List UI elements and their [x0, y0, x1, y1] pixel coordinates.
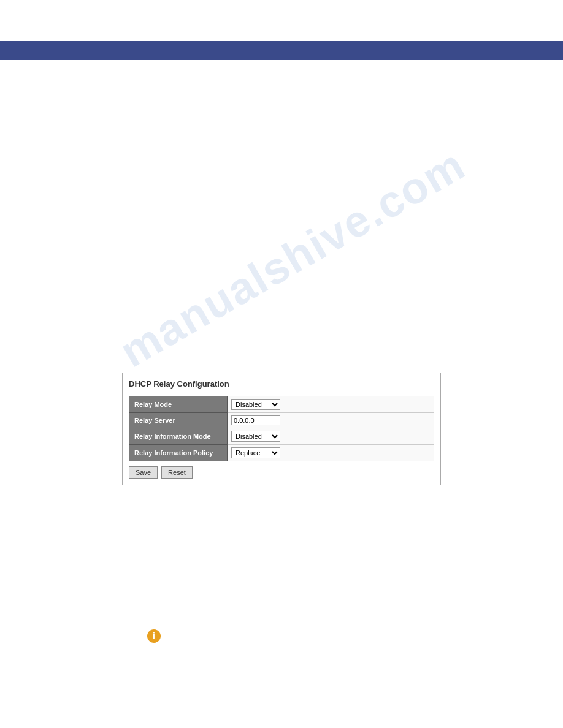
relay-info-mode-cell: Disabled Enabled [228, 428, 434, 445]
relay-info-mode-select[interactable]: Disabled Enabled [231, 431, 280, 442]
relay-server-row: Relay Server [129, 413, 434, 428]
relay-info-policy-row: Relay Information Policy Replace Keep Dr… [129, 445, 434, 461]
page-wrapper: manualshive.com DHCP Relay Configuration… [0, 0, 563, 728]
info-top-line [147, 624, 551, 624]
relay-info-mode-label: Relay Information Mode [129, 428, 228, 445]
button-row: Save Reset [129, 466, 434, 479]
dhcp-relay-title: DHCP Relay Configuration [129, 379, 434, 391]
info-icon: i [147, 629, 161, 643]
relay-server-input[interactable] [231, 415, 280, 425]
content-area: DHCP Relay Configuration Relay Mode Disa… [0, 60, 563, 485]
relay-info-policy-label: Relay Information Policy [129, 445, 228, 461]
relay-server-cell [228, 413, 434, 428]
relay-info-policy-select[interactable]: Replace Keep Drop [231, 447, 280, 458]
dhcp-relay-container: DHCP Relay Configuration Relay Mode Disa… [122, 219, 441, 485]
relay-mode-cell: Disabled Enabled [228, 396, 434, 413]
reset-button[interactable]: Reset [161, 466, 193, 479]
relay-info-policy-cell: Replace Keep Drop [228, 445, 434, 461]
save-button[interactable]: Save [129, 466, 158, 479]
info-bottom-line [147, 648, 551, 648]
relay-server-label: Relay Server [129, 413, 228, 428]
info-section: i [147, 624, 551, 648]
section-header [0, 43, 563, 60]
top-bar [0, 0, 563, 43]
relay-mode-row: Relay Mode Disabled Enabled [129, 396, 434, 413]
info-row: i [147, 627, 161, 645]
dhcp-relay-form: Relay Mode Disabled Enabled [129, 396, 434, 461]
relay-mode-select[interactable]: Disabled Enabled [231, 399, 280, 410]
relay-mode-label: Relay Mode [129, 396, 228, 413]
dhcp-relay-box: DHCP Relay Configuration Relay Mode Disa… [122, 373, 441, 485]
relay-info-mode-row: Relay Information Mode Disabled Enabled [129, 428, 434, 445]
